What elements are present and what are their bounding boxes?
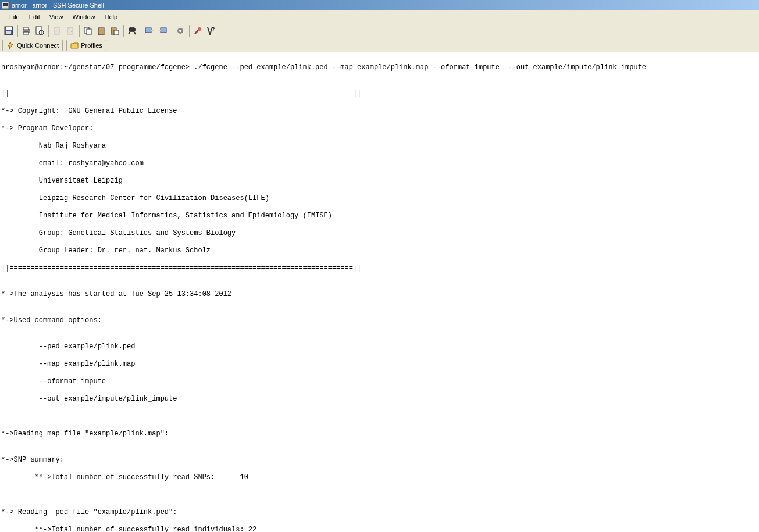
quick-connect-button[interactable]: Quick Connect [2, 40, 63, 51]
terminal-line: --out example/impute/plink_impute [1, 395, 758, 404]
terminal-line: Group: Genetical Statistics and Systems … [1, 229, 758, 238]
folder-icon [70, 41, 79, 49]
toolbar: ? [0, 23, 759, 38]
connect-icon[interactable] [143, 24, 156, 37]
quickbar: Quick Connect Profiles [0, 38, 759, 52]
terminal-line: Institute for Medical Informatics, Stati… [1, 212, 758, 220]
titlebar: arnor - arnor - SSH Secure Shell [0, 0, 759, 10]
svg-rect-16 [99, 27, 103, 28]
terminal-line: Leipzig Research Center for Civilization… [1, 194, 758, 203]
separator [141, 25, 141, 37]
profiles-button[interactable]: Profiles [66, 40, 106, 51]
svg-point-20 [131, 27, 136, 32]
terminal-line: Universitaet Leipzig [1, 177, 758, 185]
terminal-line: Nab Raj Roshyara [1, 142, 758, 151]
terminal-line: ||======================================… [1, 264, 758, 273]
menu-view[interactable]: View [45, 12, 68, 22]
find-icon[interactable] [126, 24, 138, 37]
svg-rect-24 [159, 30, 161, 31]
menu-window[interactable]: Window [67, 12, 99, 22]
svg-point-27 [198, 27, 201, 31]
terminal-line: Group Leader: Dr. rer. nat. Markus Schol… [1, 247, 758, 255]
terminal-output[interactable]: nroshyar@arnor:~/genstat/07_programme/fc… [0, 52, 759, 532]
lightning-icon [6, 41, 15, 49]
terminal-line: *->Used command options: [1, 316, 758, 325]
app-icon [1, 1, 9, 9]
save-icon[interactable] [2, 24, 15, 37]
preview-icon[interactable] [33, 24, 46, 37]
svg-point-26 [179, 30, 181, 32]
separator [79, 25, 80, 37]
terminal-line: *-> Copyright: GNU General Public Licens… [1, 107, 758, 116]
terminal-line: --map example/plink.map [1, 360, 758, 369]
separator [17, 25, 18, 37]
svg-rect-21 [145, 28, 151, 33]
svg-rect-22 [151, 30, 154, 31]
separator [48, 25, 49, 37]
terminal-line: ||======================================… [1, 90, 758, 98]
help-icon[interactable]: ? [205, 24, 218, 37]
terminal-line: *->The analysis has started at Tue Sep 2… [1, 290, 758, 299]
terminal-line: *->Reading map file "example/plink.map": [1, 430, 758, 438]
terminal-line: **->Total number of successfully read SN… [1, 473, 758, 482]
svg-rect-4 [6, 31, 11, 34]
svg-rect-23 [161, 28, 166, 33]
terminal-line: *->SNP summary: [1, 456, 758, 465]
settings-icon[interactable] [174, 24, 187, 37]
quick-connect-label: Quick Connect [17, 42, 59, 49]
svg-rect-14 [87, 29, 91, 35]
key-icon[interactable] [191, 24, 204, 37]
svg-text:?: ? [212, 26, 215, 32]
svg-rect-7 [24, 32, 28, 35]
svg-rect-3 [6, 27, 12, 30]
profiles-label: Profiles [81, 42, 102, 49]
menu-help[interactable]: Help [100, 12, 123, 22]
menu-edit[interactable]: Edit [24, 12, 45, 22]
svg-rect-18 [114, 30, 119, 35]
terminal-line: *-> Program Developer: [1, 124, 758, 133]
connect2-icon[interactable] [156, 24, 169, 37]
terminal-line: --ped example/plink.ped [1, 342, 758, 351]
terminal-line: *-> Reading ped file "example/plink.ped"… [1, 508, 758, 517]
separator [172, 25, 172, 37]
menu-file[interactable]: File [5, 12, 24, 22]
svg-rect-15 [98, 28, 104, 35]
svg-rect-10 [54, 27, 59, 34]
new-doc-icon[interactable] [51, 24, 63, 37]
paste2-icon[interactable] [108, 24, 121, 37]
terminal-line: email: roshyara@yahoo.com [1, 159, 758, 168]
terminal-line: --oformat impute [1, 377, 758, 386]
print-icon[interactable] [20, 24, 33, 37]
separator [189, 25, 190, 37]
menubar: File Edit View Window Help [0, 10, 759, 23]
terminal-line: nroshyar@arnor:~/genstat/07_programme/fc… [1, 63, 758, 72]
terminal-line: **->Total number of successfully read in… [1, 526, 758, 532]
svg-rect-1 [3, 3, 8, 6]
separator [123, 25, 124, 37]
paste-icon[interactable] [95, 24, 108, 37]
svg-rect-6 [24, 27, 28, 30]
copy-icon[interactable] [81, 24, 94, 37]
new-doc2-icon[interactable] [64, 24, 77, 37]
window-title: arnor - arnor - SSH Secure Shell [12, 2, 104, 9]
